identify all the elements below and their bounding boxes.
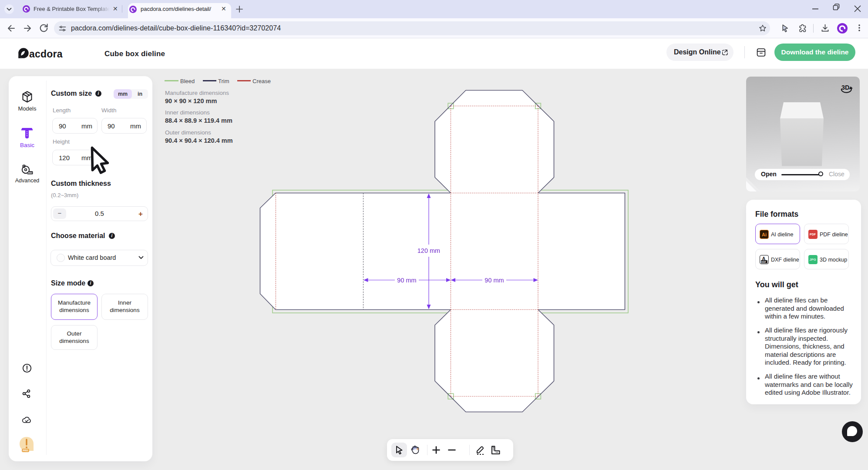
svg-text:120 mm: 120 mm xyxy=(417,247,440,254)
svg-text:PRO: PRO xyxy=(23,449,29,452)
svg-text:90 mm: 90 mm xyxy=(397,277,416,284)
svg-text:90 mm: 90 mm xyxy=(484,277,504,284)
svg-text:acdora: acdora xyxy=(29,48,63,60)
